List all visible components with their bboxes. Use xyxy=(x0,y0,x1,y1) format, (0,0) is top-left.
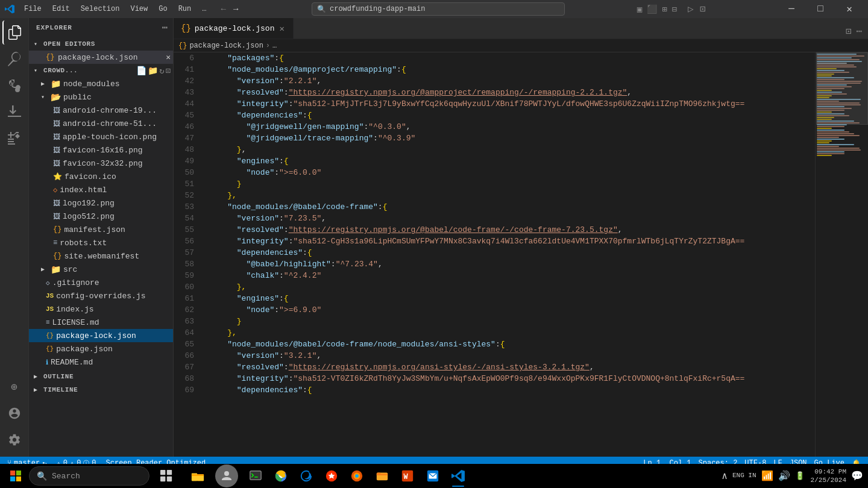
maximize-button[interactable]: □ xyxy=(807,0,834,18)
menu-file[interactable]: File xyxy=(19,4,46,14)
explorer-header[interactable]: EXPLORER ⋯ xyxy=(29,18,173,37)
close-button[interactable]: ✕ xyxy=(835,0,863,18)
activity-remote[interactable]: ⊕ xyxy=(2,375,27,399)
activity-extensions[interactable] xyxy=(2,127,27,151)
toggle-secondary-sidebar-icon[interactable]: ⊞ xyxy=(661,3,668,16)
node-modules-folder[interactable]: ▶ 📁 node_modules xyxy=(29,77,173,90)
menu-more[interactable]: … xyxy=(197,4,211,14)
robots-txt-file[interactable]: ≡ robots.txt xyxy=(29,236,173,249)
battery-icon[interactable]: 🔋 xyxy=(794,470,806,482)
toggle-primary-sidebar-icon[interactable]: ▣ xyxy=(636,3,643,16)
tab-close-button[interactable]: ✕ xyxy=(278,23,285,34)
volume-icon[interactable]: 🔊 xyxy=(777,469,791,483)
office-taskbar-app[interactable]: W xyxy=(395,464,420,488)
split-editor-right-button[interactable]: ⊡ xyxy=(844,24,853,39)
new-file-button[interactable]: 📄 xyxy=(136,66,146,76)
explorer-label: EXPLORER xyxy=(36,24,72,31)
minimap[interactable] xyxy=(815,52,868,457)
brave-taskbar-app[interactable] xyxy=(319,464,344,488)
timeline-section[interactable]: ▶ TIMELINE xyxy=(29,383,173,396)
notification-button[interactable]: 💬 xyxy=(851,470,863,482)
outlook-taskbar-app[interactable] xyxy=(421,464,445,488)
refresh-button[interactable]: ↻ xyxy=(159,66,164,76)
outline-section[interactable]: ▶ OUTLINE xyxy=(29,370,173,383)
nav-back-button[interactable]: ← xyxy=(218,4,228,14)
split-editor-button[interactable]: ⊡ xyxy=(700,3,706,15)
timeline-label: TIMELINE xyxy=(43,386,78,393)
project-root-header[interactable]: ▾ CROWD... 📄 📁 ↻ ⊡ xyxy=(29,64,173,77)
show-hidden-icons[interactable]: ∧ xyxy=(720,469,729,483)
index-html-file[interactable]: ◇ index.html xyxy=(29,183,173,196)
site-webmanifest-file[interactable]: {} site.webmanifest xyxy=(29,249,173,263)
run-button[interactable]: ▷ xyxy=(688,3,694,15)
activity-source-control[interactable] xyxy=(2,74,27,98)
logo512-file[interactable]: 🖼 logo512.png xyxy=(29,210,173,223)
more-actions-button[interactable]: ⋯ xyxy=(855,24,863,39)
toggle-panel-icon[interactable]: ⬛ xyxy=(646,3,658,16)
task-view-button[interactable] xyxy=(154,464,178,488)
favicon-ico-file[interactable]: ⭐ favicon.ico xyxy=(29,170,173,183)
clock[interactable]: 09:42 PM 2/25/2024 xyxy=(811,468,846,485)
lang-indicator[interactable]: ENG IN xyxy=(731,471,758,481)
apple-touch-icon-file[interactable]: 🖼 apple-touch-icon.png xyxy=(29,130,173,143)
person-taskbar-app[interactable] xyxy=(211,464,242,488)
android-chrome-51-file[interactable]: 🖼 android-chrome-51... xyxy=(29,117,173,130)
src-folder[interactable]: ▶ 📁 src xyxy=(29,263,173,276)
menu-edit[interactable]: Edit xyxy=(48,4,75,14)
open-editors-header[interactable]: ▾ OPEN EDITORS xyxy=(29,37,173,51)
activity-settings[interactable] xyxy=(2,428,27,452)
terminal-taskbar-app[interactable] xyxy=(244,464,268,488)
menu-selection[interactable]: Selection xyxy=(76,4,125,14)
menu-run[interactable]: Run xyxy=(174,4,197,14)
star-icon: ⭐ xyxy=(53,172,62,181)
wifi-icon[interactable]: 📶 xyxy=(760,469,775,483)
nav-forward-button[interactable]: → xyxy=(231,4,241,14)
new-folder-button[interactable]: 📁 xyxy=(148,66,158,76)
logo192-file[interactable]: 🖼 logo192.png xyxy=(29,196,173,210)
customize-layout-icon[interactable]: ⊟ xyxy=(671,3,678,16)
activity-search[interactable] xyxy=(2,47,27,71)
activity-account[interactable] xyxy=(2,401,27,425)
line-number: 63 xyxy=(174,316,199,327)
file-explorer-taskbar-app[interactable] xyxy=(186,464,210,488)
close-editor-button[interactable]: ✕ xyxy=(166,52,171,62)
activity-run-debug[interactable] xyxy=(2,100,27,124)
index-js-file[interactable]: JS index.js xyxy=(29,302,173,316)
command-palette[interactable]: 🔍 crowdfunding-dapp-main xyxy=(312,2,565,16)
manifest-json-file[interactable]: {} manifest.json xyxy=(29,223,173,236)
activity-explorer[interactable] xyxy=(2,20,27,45)
config-overrides-file[interactable]: JS config-overrides.js xyxy=(29,289,173,302)
collapse-all-button[interactable]: ⊡ xyxy=(166,66,171,76)
public-folder[interactable]: ▾ 📂 public xyxy=(29,90,173,104)
menu-go[interactable]: Go xyxy=(154,4,172,14)
line-number: 53 xyxy=(174,201,199,213)
firefox-taskbar-app[interactable] xyxy=(345,464,369,488)
menu-view[interactable]: View xyxy=(125,4,153,14)
readme-file[interactable]: ℹ README.md xyxy=(29,355,173,369)
breadcrumb-section[interactable]: … xyxy=(272,42,277,50)
chrome-taskbar-app[interactable] xyxy=(269,464,293,488)
code-editor[interactable]: 6 41 42 43 44 45 46 47 48 49 50 51 52 53… xyxy=(174,52,868,457)
breadcrumb-file[interactable]: package-lock.json xyxy=(189,42,263,50)
file-label: logo192.png xyxy=(63,199,115,208)
code-content[interactable]: "packages": { "node_modules/@ampproject/… xyxy=(204,52,815,457)
start-button[interactable] xyxy=(5,465,27,487)
explorer-more-button[interactable]: ⋯ xyxy=(162,22,168,34)
favicon-32-file[interactable]: 🖼 favicon-32x32.png xyxy=(29,157,173,170)
code-line-67: "resolved": "https://registry.npmjs.org/… xyxy=(209,361,815,373)
package-json-file[interactable]: {} package.json xyxy=(29,342,173,355)
vscode-taskbar-app[interactable] xyxy=(446,464,470,488)
gitignore-file[interactable]: ◇ .gitignore xyxy=(29,276,173,289)
tab-package-lock[interactable]: {} package-lock.json ✕ xyxy=(174,18,294,39)
file-label: android-chrome-19... xyxy=(63,106,157,115)
edge-taskbar-app[interactable] xyxy=(294,464,318,488)
android-chrome-19-file[interactable]: 🖼 android-chrome-19... xyxy=(29,104,173,117)
open-editor-name: package-lock.json xyxy=(58,53,138,62)
open-editor-item[interactable]: {} package-lock.json ✕ xyxy=(29,51,173,64)
package-lock-file[interactable]: {} package-lock.json xyxy=(29,329,173,342)
license-file[interactable]: ≡ LICENSE.md xyxy=(29,316,173,329)
folder-taskbar-app[interactable] xyxy=(370,464,394,488)
minimize-button[interactable]: ─ xyxy=(778,0,805,18)
taskbar-search[interactable]: 🔍 Search xyxy=(29,466,149,486)
favicon-16-file[interactable]: 🖼 favicon-16x16.png xyxy=(29,143,173,157)
